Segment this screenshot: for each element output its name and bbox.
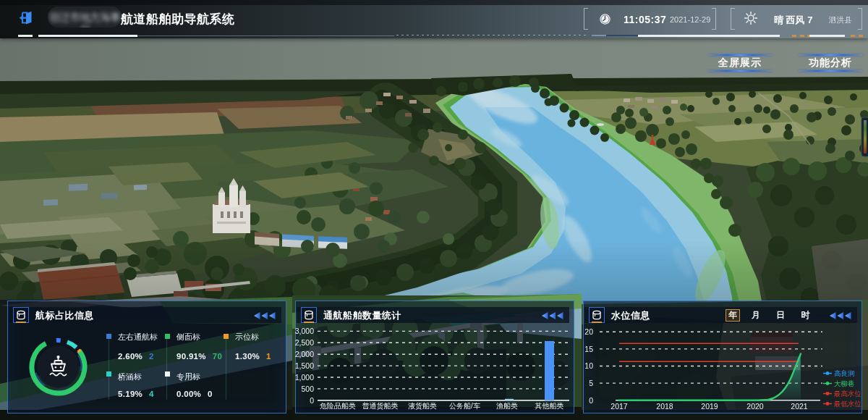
svg-text:20: 20 xyxy=(584,327,593,336)
svg-text:10: 10 xyxy=(584,361,593,370)
svg-text:其他船类: 其他船类 xyxy=(535,402,564,410)
svg-text:最低水位: 最低水位 xyxy=(833,400,861,408)
svg-text:2020: 2020 xyxy=(746,402,764,411)
svg-text:0: 0 xyxy=(310,396,314,405)
svg-text:液货船类: 液货船类 xyxy=(408,402,437,410)
svg-text:3,000: 3,000 xyxy=(295,327,314,335)
svg-text:1,500: 1,500 xyxy=(295,361,314,370)
svg-text:大柳巷: 大柳巷 xyxy=(834,379,855,387)
svg-text:2019: 2019 xyxy=(701,402,718,411)
svg-text:2,000: 2,000 xyxy=(295,350,314,358)
svg-text:公务船/车: 公务船/车 xyxy=(449,402,480,410)
svg-text:500: 500 xyxy=(301,385,314,393)
svg-text:2,500: 2,500 xyxy=(295,338,314,347)
svg-text:渔船类: 渔船类 xyxy=(496,402,518,410)
svg-text:2018: 2018 xyxy=(656,402,673,411)
svg-text:2021: 2021 xyxy=(791,402,808,411)
svg-text:2017: 2017 xyxy=(610,402,628,411)
svg-text:最高水位: 最高水位 xyxy=(833,390,861,398)
svg-text:高良涧: 高良涧 xyxy=(834,369,855,377)
svg-text:普通货船类: 普通货船类 xyxy=(362,402,399,410)
svg-text:15: 15 xyxy=(584,345,593,353)
svg-text:危险品船类: 危险品船类 xyxy=(320,402,356,410)
svg-text:5: 5 xyxy=(589,379,593,387)
svg-text:1,000: 1,000 xyxy=(295,373,314,382)
svg-text:0: 0 xyxy=(589,396,593,405)
